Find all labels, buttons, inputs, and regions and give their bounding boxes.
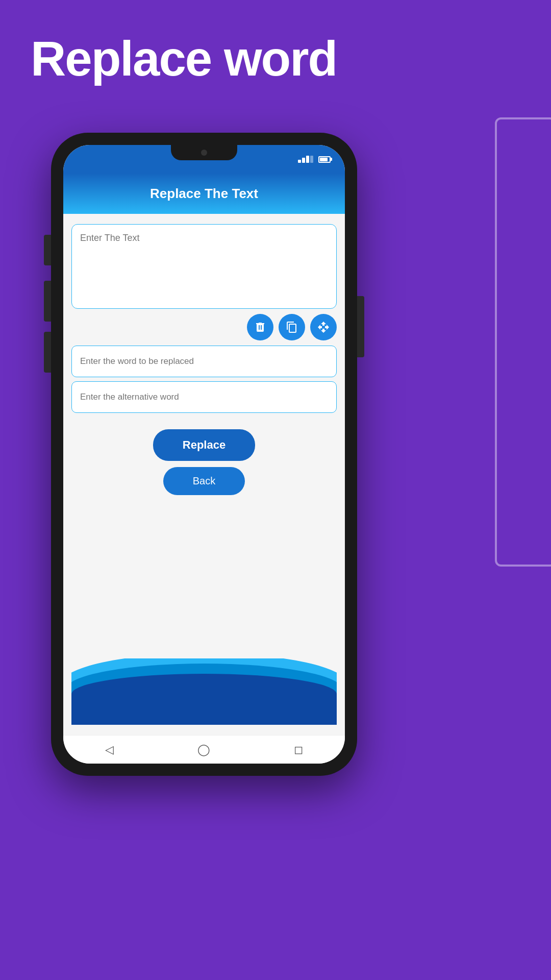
decorative-rect [495,117,551,567]
word-to-replace-input[interactable] [72,346,336,377]
phone-button-vol-down [44,332,51,373]
move-button[interactable] [310,314,337,340]
wave-decoration [71,658,337,725]
signal-bar-2 [302,158,305,163]
phone-mockup: Replace The Text [51,133,357,776]
delete-button[interactable] [247,314,273,340]
status-icons [298,156,331,163]
word-to-replace-wrap [71,346,337,377]
home-nav-icon[interactable]: ◯ [197,743,210,756]
main-text-area-wrap [71,224,337,309]
phone-button-power [357,296,364,357]
clipboard-icon [286,321,298,333]
wave-dark [71,674,337,725]
signal-icon [298,156,313,163]
alternative-word-input[interactable] [72,382,336,412]
action-buttons-row [71,314,337,340]
main-text-input[interactable] [72,225,336,306]
alternative-word-wrap [71,381,337,413]
phone-button-vol-up [44,281,51,322]
front-camera [201,150,207,156]
paste-button[interactable] [279,314,305,340]
replace-button[interactable]: Replace [153,429,255,461]
signal-bar-4 [310,156,313,163]
screen-content: Replace Back [63,214,345,735]
phone-screen: Replace The Text [63,145,345,764]
back-button[interactable]: Back [163,467,245,495]
back-nav-icon[interactable]: ◁ [105,743,114,756]
notch [171,145,237,160]
bottom-nav-bar: ◁ ◯ ◻ [63,735,345,764]
move-icon [317,321,330,333]
signal-bar-1 [298,160,301,163]
battery-icon [318,156,331,163]
trash-icon [254,321,266,333]
app-header: Replace The Text [63,174,345,214]
app-header-title: Replace The Text [73,186,335,202]
phone-shell: Replace The Text [51,133,357,776]
page-title: Replace word [31,31,337,87]
status-bar [63,145,345,174]
signal-bar-3 [306,156,309,163]
phone-button-mute [44,235,51,265]
battery-fill [320,158,328,161]
recent-nav-icon[interactable]: ◻ [294,743,303,756]
